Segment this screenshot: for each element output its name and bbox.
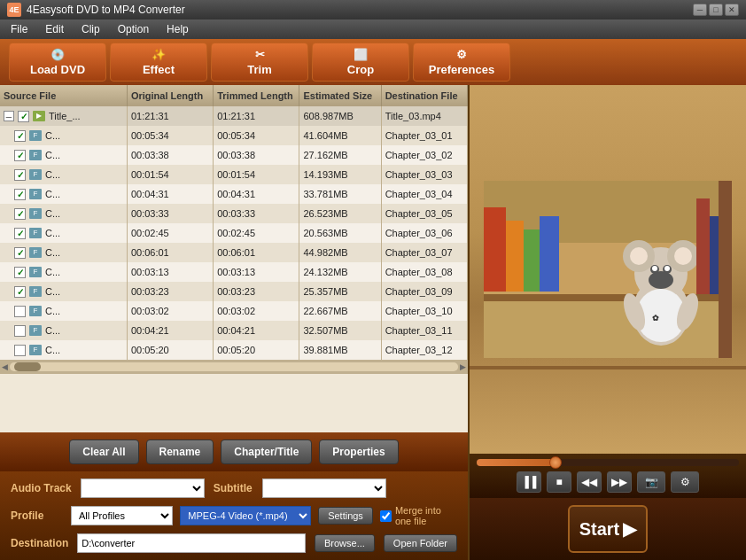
table-row[interactable]: FC...00:03:2300:03:2325.357MBChapter_03_…	[0, 282, 468, 301]
trim-button[interactable]: ✂ Trim	[211, 43, 308, 82]
clear-all-button[interactable]: Clear All	[69, 439, 138, 464]
table-row[interactable]: FC...00:05:2000:05:2039.881MBChapter_03_…	[0, 340, 468, 360]
chapter-checkbox[interactable]	[14, 169, 26, 181]
original-length-cell: 00:04:21	[127, 321, 213, 340]
merge-checkbox[interactable]	[380, 510, 392, 522]
minimize-button[interactable]: ─	[693, 4, 707, 16]
source-cell: FC...	[0, 243, 127, 262]
screenshot-button[interactable]: 📷	[637, 471, 665, 493]
chapter-checkbox[interactable]	[14, 130, 26, 142]
chapter-checkbox[interactable]	[14, 306, 26, 317]
chapter-title-button[interactable]: Chapter/Title	[221, 439, 312, 464]
destination-input[interactable]: D:\converter	[77, 533, 306, 553]
svg-rect-5	[506, 221, 524, 292]
table-header-row: Source File Original Length Trimmed Leng…	[0, 85, 468, 106]
h-scroll[interactable]: ◀ ▶	[0, 360, 468, 374]
load-dvd-button[interactable]: 💿 Load DVD	[9, 43, 106, 82]
format-select[interactable]: MPEG-4 Video (*.mp4)	[180, 506, 311, 525]
start-button[interactable]: Start ▶	[568, 505, 648, 553]
table-row[interactable]: FC...00:04:2100:04:2132.507MBChapter_03_…	[0, 321, 468, 340]
chapter-checkbox[interactable]	[14, 150, 26, 161]
original-length-cell: 00:05:20	[127, 340, 213, 360]
chapter-checkbox[interactable]	[14, 247, 26, 259]
main-area: Source File Original Length Trimmed Leng…	[0, 85, 746, 560]
crop-icon: ⬜	[354, 48, 368, 61]
table-row[interactable]: FC...00:02:4500:02:4520.563MBChapter_03_…	[0, 223, 468, 243]
destination-cell: Chapter_03_07	[381, 243, 467, 262]
right-panel: ✿ ▐▐	[470, 85, 746, 560]
table-row[interactable]: FC...00:03:1300:03:1324.132MBChapter_03_…	[0, 262, 468, 282]
pause-button[interactable]: ▐▐	[517, 471, 541, 493]
restore-button[interactable]: □	[709, 4, 723, 16]
chapter-checkbox[interactable]	[14, 208, 26, 220]
forward-button[interactable]: ▶▶	[607, 471, 632, 493]
source-cell: FC...	[0, 204, 127, 223]
profile-label: Profile	[11, 509, 64, 522]
chapter-checkbox[interactable]	[14, 286, 26, 298]
menu-clip[interactable]: Clip	[74, 21, 107, 37]
crop-button[interactable]: ⬜ Crop	[312, 43, 409, 82]
ctrl-buttons: ▐▐ ■ ◀◀ ▶▶ 📷 ⚙	[477, 471, 739, 493]
original-length-cell: 00:03:02	[127, 301, 213, 321]
trimmed-length-cell: 00:04:31	[214, 184, 299, 204]
original-length-cell: 01:21:31	[127, 106, 213, 126]
table-row[interactable]: FC...00:03:3300:03:3326.523MBChapter_03_…	[0, 204, 468, 223]
expand-icon[interactable]: ─	[4, 111, 14, 121]
video-canvas: ✿	[470, 85, 746, 454]
menu-bar: File Edit Clip Option Help	[0, 19, 746, 39]
chapter-checkbox[interactable]	[14, 325, 26, 337]
col-source: Source File	[0, 85, 127, 106]
chapter-file-icon: F	[29, 189, 42, 199]
audio-track-select[interactable]	[81, 478, 205, 498]
destination-cell: Chapter_03_01	[381, 126, 467, 145]
video-controls: ▐▐ ■ ◀◀ ▶▶ 📷 ⚙	[470, 454, 746, 498]
table-row[interactable]: FC...00:05:3400:05:3441.604MBChapter_03_…	[0, 126, 468, 145]
trimmed-length-cell: 00:01:54	[214, 165, 299, 184]
menu-edit[interactable]: Edit	[38, 21, 71, 37]
table-row[interactable]: FC...00:03:3800:03:3827.162MBChapter_03_…	[0, 145, 468, 165]
title-checkbox[interactable]	[18, 111, 29, 122]
table-row[interactable]: FC...00:06:0100:06:0144.982MBChapter_03_…	[0, 243, 468, 262]
subtitle-select[interactable]	[262, 478, 386, 498]
chapter-checkbox[interactable]	[14, 345, 26, 356]
destination-row: Destination D:\converter Browse... Open …	[11, 533, 457, 553]
browse-button[interactable]: Browse...	[315, 534, 375, 552]
progress-bar-container[interactable]	[477, 459, 739, 466]
file-name: C...	[45, 247, 60, 258]
original-length-cell: 00:03:38	[127, 145, 213, 165]
menu-file[interactable]: File	[4, 21, 35, 37]
rename-button[interactable]: Rename	[146, 439, 214, 464]
menu-option[interactable]: Option	[111, 21, 156, 37]
file-name: C...	[45, 228, 60, 238]
table-scroll[interactable]: Source File Original Length Trimmed Leng…	[0, 85, 468, 360]
chapter-checkbox[interactable]	[14, 189, 26, 200]
effect-button[interactable]: ✨ Effect	[110, 43, 207, 82]
estimated-size-cell: 24.132MB	[299, 262, 381, 282]
close-button[interactable]: ✕	[725, 4, 739, 16]
table-row[interactable]: FC...00:01:5400:01:5414.193MBChapter_03_…	[0, 165, 468, 184]
dvd-icon: 💿	[51, 48, 65, 61]
chapter-checkbox[interactable]	[14, 267, 26, 278]
profile-select[interactable]: All Profiles	[71, 506, 173, 525]
source-cell: FC...	[0, 126, 127, 145]
dvd-file-icon: ▶	[33, 111, 45, 121]
rewind-button[interactable]: ◀◀	[577, 471, 602, 493]
estimated-size-cell: 44.982MB	[299, 243, 381, 262]
settings-icon-button[interactable]: ⚙	[671, 471, 699, 493]
open-folder-button[interactable]: Open Folder	[384, 534, 457, 552]
menu-help[interactable]: Help	[159, 21, 196, 37]
destination-cell: Chapter_03_03	[381, 165, 467, 184]
file-name: C...	[45, 306, 60, 316]
chapter-checkbox[interactable]	[14, 228, 26, 239]
properties-button[interactable]: Properties	[319, 439, 398, 464]
svg-point-18	[664, 266, 670, 271]
settings-button[interactable]: Settings	[318, 507, 373, 525]
stop-button[interactable]: ■	[547, 471, 571, 493]
table-row[interactable]: ─▶Title_...01:21:3101:21:31608.987MBTitl…	[0, 106, 468, 126]
table-row[interactable]: FC...00:04:3100:04:3133.781MBChapter_03_…	[0, 184, 468, 204]
preferences-button[interactable]: ⚙ Preferences	[413, 43, 510, 82]
trimmed-length-cell: 00:03:33	[214, 204, 299, 223]
progress-thumb[interactable]	[549, 456, 562, 469]
table-row[interactable]: FC...00:03:0200:03:0222.667MBChapter_03_…	[0, 301, 468, 321]
estimated-size-cell: 27.162MB	[299, 145, 381, 165]
